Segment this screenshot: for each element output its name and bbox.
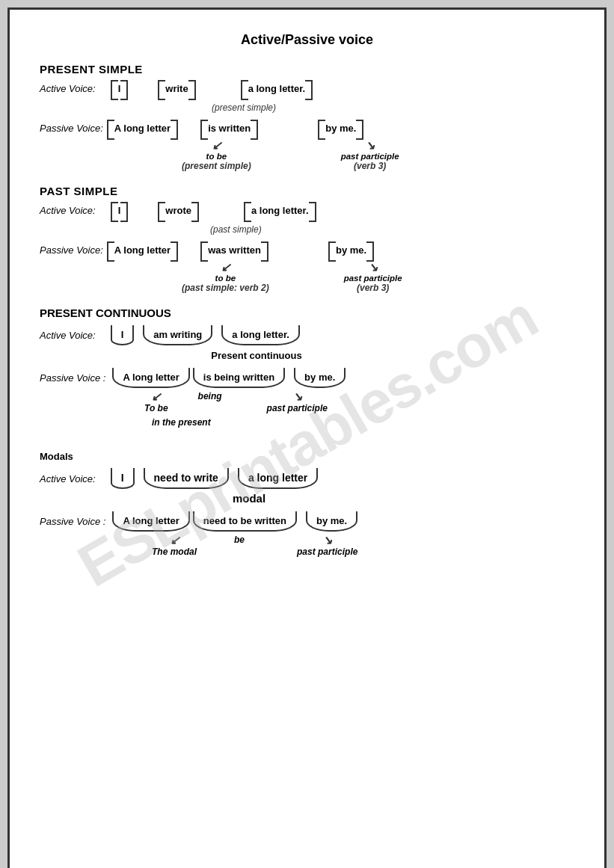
ps-active-label: Active Voice: xyxy=(40,83,96,94)
ps-passive-verb: is written xyxy=(200,120,258,137)
past-simple-section: PAST SIMPLE Active Voice: I wrote a long… xyxy=(40,185,574,293)
ps-passive-row: Passive Voice: A long letter is written … xyxy=(40,120,574,137)
past-active-row: Active Voice: I wrote a long letter. xyxy=(40,202,574,219)
mod-active-subject: I xyxy=(111,468,135,489)
ps-active-subject: I xyxy=(111,80,129,97)
past-passive-subject: A long letter xyxy=(107,241,178,259)
ps-passive-label: Passive Voice: xyxy=(40,123,103,134)
pc-active-note: Present continuous xyxy=(211,350,301,361)
pc-passive-subject: A long letter xyxy=(112,368,189,388)
pc-passive-row: Passive Voice : A long letter is being w… xyxy=(40,368,574,388)
mod-passive-subject: A long letter xyxy=(112,511,189,532)
past-passive-verb: was written xyxy=(200,241,268,259)
pc-active-object: a long letter. xyxy=(221,325,300,345)
mod-ann3: ↘ past participle xyxy=(297,535,357,557)
mod-passive-label: Passive Voice : xyxy=(40,516,105,527)
pc-ann-sub: in the present xyxy=(152,417,211,428)
pc-ann3: ↘ past participle xyxy=(267,391,328,413)
pc-passive-label: Passive Voice : xyxy=(40,372,105,384)
ps-active-verb: write xyxy=(158,80,195,97)
past-active-label: Active Voice: xyxy=(40,205,96,216)
ps-ann2-sub: (verb 3) xyxy=(354,161,386,171)
pc-active-label: Active Voice: xyxy=(40,330,96,341)
past-active-object: a long letter. xyxy=(244,202,316,219)
ps-passive-subject: A long letter xyxy=(107,120,178,137)
pc-passive-object: by me. xyxy=(294,368,346,388)
pc-ann1: ↙ To be xyxy=(144,391,168,413)
mod-active-row: Active Voice: I need to write a long let… xyxy=(40,468,574,489)
present-simple-section: PRESENT SIMPLE Active Voice: I write a l… xyxy=(40,63,574,171)
mod-ann2: be xyxy=(234,535,245,545)
pc-active-verb: am writing xyxy=(143,325,212,345)
page: ESLprintables.com Active/Passive voice P… xyxy=(7,7,607,868)
present-continuous-section: PRESENT CONTINUOUS Active Voice: I am wr… xyxy=(40,307,574,428)
past-passive-row: Passive Voice: A long letter was written… xyxy=(40,241,574,259)
page-title: Active/Passive voice xyxy=(40,32,574,48)
mod-ann1: ↙ The modal xyxy=(152,535,197,557)
pc-active-row: Active Voice: I am writing a long letter… xyxy=(40,325,574,345)
present-simple-title: PRESENT SIMPLE xyxy=(40,63,574,76)
ps-passive-object: by me. xyxy=(318,120,363,137)
past-passive-label: Passive Voice: xyxy=(40,244,103,256)
mod-active-object: a long letter xyxy=(238,468,318,489)
past-simple-title: PAST SIMPLE xyxy=(40,185,574,197)
pc-passive-verb: is being written xyxy=(193,368,285,388)
ps-ann1: ↙ to be (present simple) xyxy=(182,140,251,171)
past-passive-object: by me. xyxy=(328,241,374,259)
present-continuous-title: PRESENT CONTINUOUS xyxy=(40,307,574,319)
past-active-subject: I xyxy=(111,202,129,219)
mod-passive-object: by me. xyxy=(306,511,357,532)
mod-active-note: modal xyxy=(233,492,265,505)
pc-active-subject: I xyxy=(111,325,135,345)
past-ann2-sub: (verb 3) xyxy=(357,283,389,293)
mod-passive-row: Passive Voice : A long letter need to be… xyxy=(40,511,574,532)
past-active-verb: wrote xyxy=(158,202,199,219)
past-ann1-sub: (past simple: verb 2) xyxy=(182,283,269,293)
ps-active-row: Active Voice: I write a long letter. xyxy=(40,80,574,97)
mod-passive-verb: need to be written xyxy=(193,511,297,532)
past-ann2: ↘ past participle (verb 3) xyxy=(344,262,402,293)
ps-ann2: ↘ past participle (verb 3) xyxy=(341,140,399,171)
modals-title: Modals xyxy=(40,451,574,462)
modals-section: Modals Active Voice: I need to write a l… xyxy=(40,451,574,557)
ps-active-object: a long letter. xyxy=(241,80,313,97)
past-ann1: ↙ to be (past simple: verb 2) xyxy=(182,262,269,293)
mod-active-verb: need to write xyxy=(144,468,229,489)
ps-active-verb-note: (present simple) xyxy=(212,102,276,113)
past-active-verb-note: (past simple) xyxy=(210,224,262,235)
ps-ann1-sub: (present simple) xyxy=(182,161,251,171)
mod-active-label: Active Voice: xyxy=(40,473,96,484)
pc-ann2: being xyxy=(198,391,222,401)
